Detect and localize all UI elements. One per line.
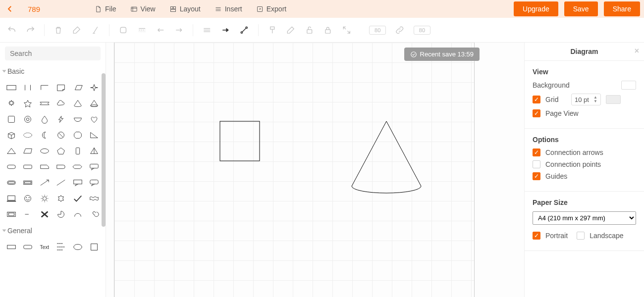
- shape-rect-g[interactable]: [4, 241, 19, 253]
- landscape-checkbox[interactable]: [577, 232, 585, 240]
- rounded-button[interactable]: [118, 25, 128, 36]
- arrow-end-button[interactable]: [174, 25, 184, 36]
- upgrade-button[interactable]: Upgrade: [514, 1, 558, 16]
- shape-spiral[interactable]: [87, 208, 102, 221]
- shape-right-triangle[interactable]: [87, 129, 102, 142]
- eraser-button[interactable]: [286, 25, 296, 36]
- shape-lightning[interactable]: [54, 113, 69, 126]
- shape-smiley[interactable]: [21, 192, 36, 205]
- shape-triangle[interactable]: [4, 145, 19, 157]
- shape-half-circle[interactable]: [70, 113, 85, 126]
- shape-cone-outline[interactable]: [87, 97, 102, 110]
- shape-moon[interactable]: [37, 129, 52, 142]
- menu-layout[interactable]: Layout: [169, 5, 201, 13]
- portrait-checkbox[interactable]: ✓: [533, 232, 540, 240]
- shape-line[interactable]: [54, 176, 69, 189]
- shape-cloud[interactable]: [54, 97, 69, 110]
- document-title[interactable]: 789: [28, 5, 40, 13]
- shape-heart[interactable]: [87, 113, 102, 126]
- grid-size-input[interactable]: 10 pt ▲▼: [571, 94, 601, 105]
- shape-speech-round[interactable]: [87, 176, 102, 189]
- shape-drop[interactable]: [37, 113, 52, 126]
- link-icon[interactable]: [395, 25, 405, 36]
- menu-view[interactable]: View: [130, 5, 156, 13]
- shape-trapezoid[interactable]: [21, 145, 36, 157]
- shape-hex-tag[interactable]: [70, 160, 85, 173]
- shape-4star[interactable]: [87, 81, 102, 94]
- guides-checkbox[interactable]: ✓: [533, 172, 540, 180]
- shape-banner[interactable]: [37, 97, 52, 110]
- shape-octagon[interactable]: [70, 129, 85, 142]
- shape-arc[interactable]: [70, 208, 85, 221]
- grid-checkbox[interactable]: ✓: [533, 96, 540, 103]
- edit-style-button[interactable]: [72, 25, 82, 36]
- background-swatch[interactable]: [621, 81, 636, 90]
- dim-box-2[interactable]: 80: [414, 26, 430, 35]
- dim-box-1[interactable]: 80: [369, 26, 386, 35]
- shape-rectangle[interactable]: [4, 81, 19, 94]
- shape-square-g[interactable]: [87, 241, 102, 253]
- shape-donut[interactable]: [21, 113, 36, 126]
- shape-ticket-round[interactable]: [4, 176, 19, 189]
- shape-pyramid[interactable]: [87, 145, 102, 157]
- shape-partial-rect-right[interactable]: [21, 81, 36, 94]
- menu-insert[interactable]: Insert: [215, 5, 242, 13]
- format-painter-button[interactable]: [268, 25, 277, 36]
- shape-rounded-rect[interactable]: [21, 160, 36, 173]
- clear-format-button[interactable]: [91, 25, 101, 36]
- shape-rounded-square[interactable]: [4, 113, 19, 126]
- shape-speech-rect[interactable]: [70, 176, 85, 189]
- expand-button[interactable]: [342, 25, 352, 36]
- shape-arrow-line[interactable]: [37, 176, 52, 189]
- connection-arrow-button[interactable]: [221, 25, 231, 36]
- save-button[interactable]: Save: [564, 1, 598, 16]
- search-box[interactable]: [5, 47, 101, 60]
- shape-ellipse-g[interactable]: [70, 241, 85, 253]
- paper-size-select[interactable]: A4 (210 mm x 297 mm): [533, 211, 636, 225]
- conn-arrows-checkbox[interactable]: ✓: [533, 148, 540, 156]
- pageview-checkbox[interactable]: ✓: [533, 109, 540, 117]
- shape-pill-vert[interactable]: [70, 145, 85, 157]
- lock-open-button[interactable]: [305, 25, 315, 36]
- shape-frame[interactable]: [4, 208, 19, 221]
- shape-text[interactable]: Text: [37, 241, 52, 253]
- shape-cube[interactable]: [4, 129, 19, 142]
- shape-burst[interactable]: [4, 97, 19, 110]
- arrow-start-button[interactable]: [156, 25, 165, 36]
- lock-button[interactable]: [323, 25, 333, 36]
- redo-button[interactable]: [26, 25, 36, 36]
- back-button[interactable]: [4, 3, 16, 15]
- shape-tab[interactable]: [54, 160, 69, 173]
- shape-scribble-oval[interactable]: [21, 129, 36, 142]
- menu-export[interactable]: Export: [256, 5, 286, 13]
- shape-minus[interactable]: [21, 208, 36, 221]
- shape-callout[interactable]: [87, 160, 102, 173]
- shape-pentagon[interactable]: [54, 145, 69, 157]
- category-basic[interactable]: Basic: [0, 64, 106, 78]
- shape-5star[interactable]: [21, 97, 36, 110]
- shape-rounded-g[interactable]: [21, 241, 36, 253]
- menu-file[interactable]: File: [95, 5, 116, 13]
- shape-ellipse[interactable]: [37, 145, 52, 157]
- sidebar-scrollbar[interactable]: [102, 73, 106, 227]
- connection-style-button[interactable]: [202, 25, 212, 36]
- shape-note[interactable]: [54, 81, 69, 94]
- canvas-shape-cone[interactable]: [349, 121, 424, 195]
- shape-x[interactable]: [37, 208, 52, 221]
- conn-points-checkbox[interactable]: [533, 160, 540, 168]
- shape-sun[interactable]: [37, 192, 52, 205]
- shape-snip-rect[interactable]: [37, 160, 52, 173]
- canvas[interactable]: Recent save 13:59: [106, 43, 524, 297]
- shape-corner[interactable]: [37, 81, 52, 94]
- delete-button[interactable]: [54, 25, 63, 36]
- canvas-shape-square[interactable]: [219, 121, 260, 161]
- share-button[interactable]: Share: [604, 1, 640, 16]
- shape-text-paragraph[interactable]: ━━━━━━━━━━: [54, 241, 69, 253]
- line-style-button[interactable]: [137, 25, 147, 36]
- search-input[interactable]: [10, 50, 97, 57]
- category-general[interactable]: General: [0, 224, 106, 238]
- undo-button[interactable]: [7, 25, 17, 36]
- shape-ticket[interactable]: [21, 176, 36, 189]
- waypoint-button[interactable]: [239, 25, 249, 36]
- shape-6star[interactable]: [54, 192, 69, 205]
